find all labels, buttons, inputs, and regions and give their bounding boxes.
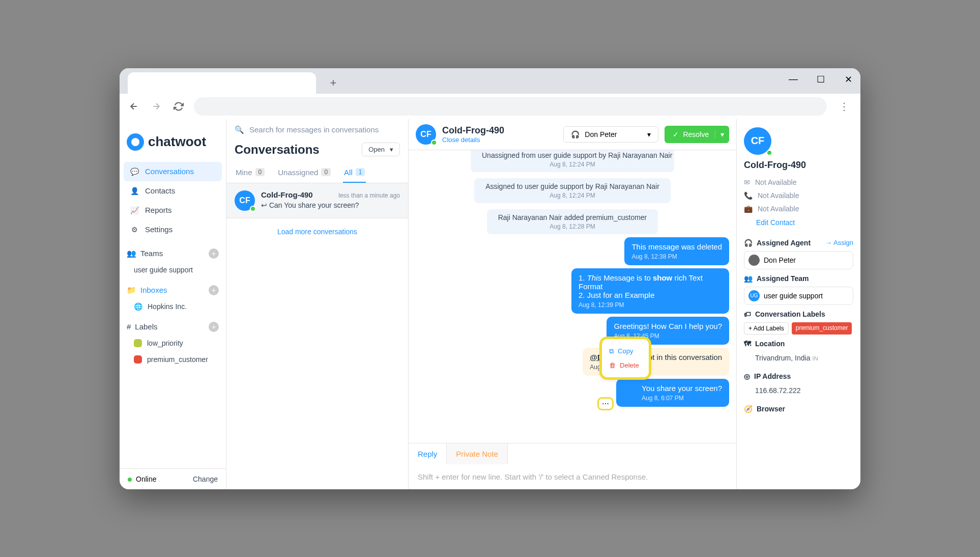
status-filter-dropdown[interactable]: Open▾ bbox=[362, 143, 400, 156]
minimize-icon[interactable]: — bbox=[787, 73, 799, 86]
ip-value: 116.68.72.222 bbox=[744, 384, 853, 400]
resolve-button[interactable]: ✓Resolve▾ bbox=[665, 126, 729, 143]
copy-icon: ⧉ bbox=[609, 347, 614, 355]
browser-menu-icon[interactable]: ⋮ bbox=[835, 100, 853, 113]
presence-status[interactable]: Online bbox=[128, 475, 156, 483]
reload-button[interactable] bbox=[171, 99, 186, 114]
browser-icon: 🧭 bbox=[744, 405, 753, 413]
logo-text: chatwoot bbox=[148, 134, 206, 150]
close-details-link[interactable]: Close details bbox=[442, 136, 557, 144]
contact-name: Cold-Frog-490 bbox=[744, 160, 853, 171]
timestamp: Aug 8, 12:24 PM bbox=[485, 192, 659, 199]
nav-settings[interactable]: ⚙ Settings bbox=[124, 220, 222, 239]
context-delete-button[interactable]: 🗑Delete bbox=[608, 358, 643, 372]
add-team-button[interactable]: + bbox=[209, 248, 219, 259]
search-row[interactable]: 🔍 Search for messages in conversations bbox=[226, 119, 408, 141]
contact-phone-row: 📞Not Available bbox=[744, 189, 853, 202]
labels-header: 🏷Conversation Labels bbox=[744, 305, 853, 322]
browser-chrome: + — ☐ ✕ ⋮ bbox=[120, 68, 860, 119]
agent-dropdown[interactable]: 🎧Don Peter▾ bbox=[563, 126, 658, 143]
nav-reports[interactable]: 📈 Reports bbox=[124, 201, 222, 220]
add-inbox-button[interactable]: + bbox=[209, 285, 219, 295]
nav-label: Reports bbox=[145, 206, 172, 214]
avatar: CF bbox=[744, 127, 771, 155]
message-bubble[interactable]: This message was deletedAug 8, 12:38 PM bbox=[624, 237, 729, 265]
nav-conversations[interactable]: 💬 Conversations bbox=[124, 162, 222, 181]
location-value: Trivandrum, India IN bbox=[744, 352, 853, 367]
load-more-button[interactable]: Load more conversations bbox=[226, 218, 408, 245]
add-label-button[interactable]: + bbox=[209, 322, 219, 332]
label-item-low-priority[interactable]: low_priority bbox=[120, 335, 226, 351]
close-window-icon[interactable]: ✕ bbox=[842, 73, 854, 86]
email-icon: ✉ bbox=[744, 178, 750, 186]
presence-dot-icon bbox=[250, 206, 256, 212]
online-dot-icon bbox=[128, 478, 132, 482]
location-header: 🗺Location bbox=[744, 335, 853, 352]
reply-area: Reply Private Note Shift + enter for new… bbox=[409, 443, 736, 489]
edit-contact-link[interactable]: Edit Contact bbox=[744, 215, 853, 234]
map-icon: 🗺 bbox=[744, 340, 751, 348]
add-labels-button[interactable]: + Add Labels bbox=[744, 322, 789, 335]
assigned-team-header: 👥Assigned Team bbox=[744, 269, 853, 287]
assign-link[interactable]: → Assign bbox=[825, 239, 853, 246]
person-icon: 👤 bbox=[130, 186, 139, 196]
presence-dot-icon bbox=[766, 150, 772, 156]
change-link[interactable]: Change bbox=[193, 475, 218, 483]
forward-button[interactable] bbox=[149, 99, 163, 114]
team-icon: 👥 bbox=[744, 274, 753, 283]
labels-header: #Labels + bbox=[120, 315, 226, 335]
system-message: Assigned to user guide support by Raji N… bbox=[474, 178, 671, 203]
agent-pill[interactable]: Don Peter bbox=[744, 251, 853, 269]
chat-pane: CF Cold-Frog-490 Close details 🎧Don Pete… bbox=[409, 119, 736, 489]
trash-icon: 🗑 bbox=[609, 361, 616, 369]
tab-all[interactable]: All1 bbox=[343, 163, 366, 183]
inboxes-header: 📁Inboxes + bbox=[120, 278, 226, 298]
conversations-title: Conversations bbox=[235, 143, 320, 157]
phone-icon: 📞 bbox=[744, 191, 753, 200]
chart-icon: 📈 bbox=[130, 206, 139, 215]
avatar: CF bbox=[416, 124, 436, 145]
address-bar: ⋮ bbox=[120, 94, 860, 119]
team-icon: 👥 bbox=[127, 249, 136, 258]
browser-tab[interactable] bbox=[128, 72, 316, 94]
globe-icon: 🌐 bbox=[134, 302, 142, 311]
inbox-item[interactable]: 🌐Hopkins Inc. bbox=[120, 298, 226, 315]
messages-area: Unassigned from user guide support by Ra… bbox=[409, 150, 736, 443]
assigned-agent-header: 🎧Assigned Agent→ Assign bbox=[744, 234, 853, 251]
maximize-icon[interactable]: ☐ bbox=[815, 73, 827, 86]
context-copy-button[interactable]: ⧉Copy bbox=[608, 344, 643, 358]
message-more-button[interactable]: ⋯ bbox=[599, 399, 612, 409]
message-bubble[interactable]: You share your screen?Aug 8, 6:07 PM bbox=[616, 379, 729, 407]
gear-icon: ⚙ bbox=[130, 225, 139, 234]
tab-unassigned[interactable]: Unassigned0 bbox=[277, 163, 332, 183]
conversation-list: 🔍 Search for messages in conversations C… bbox=[226, 119, 409, 489]
team-item[interactable]: user guide support bbox=[120, 262, 226, 278]
hash-icon: # bbox=[127, 322, 131, 331]
conversation-item[interactable]: CF Cold-Frog-490less than a minute ago ↩… bbox=[226, 183, 408, 218]
teams-header: 👥Teams + bbox=[120, 241, 226, 262]
reply-tab[interactable]: Reply bbox=[409, 443, 446, 464]
contact-email-row: ✉Not Available bbox=[744, 176, 853, 189]
reply-input[interactable]: Shift + enter for new line. Start with '… bbox=[409, 464, 736, 489]
label-item-premium[interactable]: premium_customer bbox=[120, 351, 226, 368]
tab-bar: + — ☐ ✕ bbox=[120, 68, 860, 94]
briefcase-icon: 💼 bbox=[744, 205, 753, 213]
nav-label: Contacts bbox=[145, 186, 175, 195]
back-button[interactable] bbox=[127, 99, 141, 114]
new-tab-button[interactable]: + bbox=[325, 75, 341, 91]
folder-icon: 📁 bbox=[127, 286, 136, 295]
search-placeholder: Search for messages in conversations bbox=[249, 125, 379, 134]
label-chip-premium[interactable]: premium_customer bbox=[792, 322, 852, 335]
team-pill[interactable]: UGuser guide support bbox=[744, 287, 853, 305]
url-input[interactable] bbox=[194, 97, 827, 116]
timestamp: Aug 8, 12:39 PM bbox=[579, 301, 722, 309]
conversation-preview: ↩ Can You share your screen? bbox=[261, 201, 400, 209]
timestamp: Aug 8, 12:38 PM bbox=[631, 253, 722, 260]
system-message: Raji Narayanan Nair added premium_custom… bbox=[487, 209, 658, 234]
chat-header: CF Cold-Frog-490 Close details 🎧Don Pete… bbox=[409, 119, 736, 150]
tab-mine[interactable]: Mine0 bbox=[235, 163, 266, 183]
message-bubble[interactable]: 1. This Message is to show rich Text For… bbox=[571, 268, 729, 314]
nav-contacts[interactable]: 👤 Contacts bbox=[124, 181, 222, 201]
private-note-tab[interactable]: Private Note bbox=[446, 443, 508, 464]
search-icon: 🔍 bbox=[235, 125, 244, 134]
